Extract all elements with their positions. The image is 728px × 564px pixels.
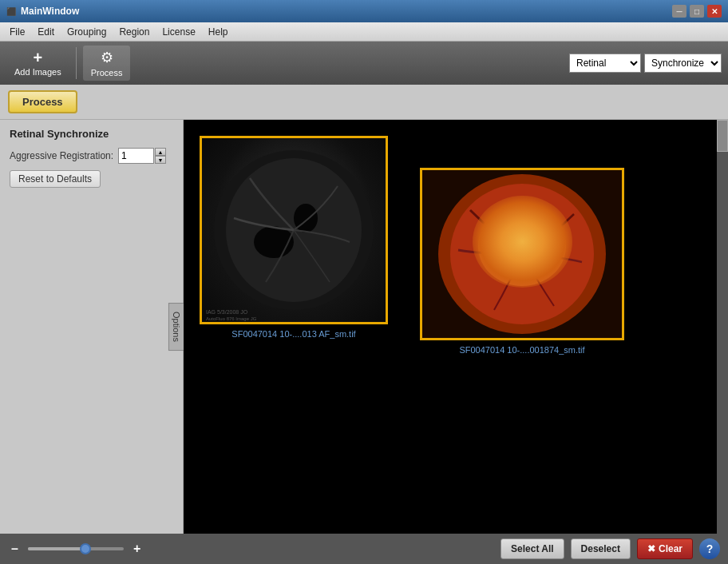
menu-bar: File Edit Grouping Region License Help <box>0 22 728 42</box>
title-bar: ⬛ MainWindow ─ □ ✕ <box>0 0 728 22</box>
menu-license[interactable]: License <box>156 25 201 39</box>
retinal-color-image[interactable] <box>422 170 622 338</box>
image-grid: IAG 5/3/2008 JO AutoFluo 876 Image JG SF… <box>184 120 728 371</box>
menu-region[interactable]: Region <box>113 25 156 39</box>
svg-text:IAG 5/3/2008 JO: IAG 5/3/2008 JO <box>206 309 248 315</box>
field-row: Aggressive Registration: ▲ ▼ <box>10 148 173 164</box>
zoom-slider-track <box>28 547 85 550</box>
clear-button[interactable]: ✖ Clear <box>637 538 693 559</box>
image-label-color: SF0047014 10-....001874_sm.tif <box>459 345 584 355</box>
toolbar: + Add Images ⚙ Process Retinal Color Syn… <box>0 42 728 85</box>
menu-file[interactable]: File <box>3 25 31 39</box>
af-vessels-svg: IAG 5/3/2008 JO AutoFluo 876 Image JG <box>202 138 386 322</box>
field-label: Aggressive Registration: <box>10 150 113 161</box>
zoom-plus-button[interactable]: + <box>130 542 144 556</box>
image-area: IAG 5/3/2008 JO AutoFluo 876 Image JG SF… <box>184 120 728 534</box>
scrollbar-thumb[interactable] <box>717 120 728 152</box>
image-frame-af: IAG 5/3/2008 JO AutoFluo 876 Image JG <box>200 136 388 324</box>
select-all-button[interactable]: Select All <box>500 538 564 559</box>
vertical-scrollbar[interactable] <box>717 120 728 534</box>
spin-up-arrow[interactable]: ▲ <box>155 148 166 156</box>
svg-point-9 <box>478 206 566 286</box>
retinal-af-image[interactable]: IAG 5/3/2008 JO AutoFluo 876 Image JG <box>202 138 386 322</box>
clear-label: Clear <box>659 543 682 554</box>
zoom-minus-button[interactable]: – <box>8 542 22 556</box>
plus-icon: + <box>34 50 43 66</box>
title-bar-controls: ─ □ ✕ <box>672 5 722 18</box>
deselect-button[interactable]: Deselect <box>571 538 631 559</box>
process-bar: Process <box>0 85 728 120</box>
maximize-button[interactable]: □ <box>690 5 704 18</box>
image-frame-color <box>420 168 624 340</box>
window-title: MainWindow <box>21 6 79 17</box>
image-cell-color: SF0047014 10-....001874_sm.tif <box>420 168 624 355</box>
color-fundus-svg <box>422 170 622 338</box>
image-cell-af: IAG 5/3/2008 JO AutoFluo 876 Image JG SF… <box>200 136 388 339</box>
main-layout: Retinal Synchronize Aggressive Registrat… <box>0 120 728 534</box>
spin-arrows: ▲ ▼ <box>155 148 166 164</box>
zoom-slider-thumb[interactable] <box>80 543 91 554</box>
reset-defaults-button[interactable]: Reset to Defaults <box>10 170 101 188</box>
sync-dropdown[interactable]: Synchronize Manual <box>644 54 722 73</box>
minimize-button[interactable]: ─ <box>672 5 686 18</box>
menu-grouping[interactable]: Grouping <box>61 25 113 39</box>
svg-point-11 <box>492 218 536 253</box>
bottom-bar: – + Select All Deselect ✖ Clear ? <box>0 534 728 564</box>
help-button[interactable]: ? <box>699 538 720 559</box>
spin-down-arrow[interactable]: ▼ <box>155 156 166 164</box>
svg-point-8 <box>450 184 594 324</box>
menu-help[interactable]: Help <box>202 25 235 39</box>
image-label-af: SF0047014 10-....013 AF_sm.tif <box>231 329 355 339</box>
app-icon: ⬛ <box>6 7 16 16</box>
gear-icon: ⚙ <box>101 49 113 66</box>
retinal-dropdown[interactable]: Retinal Color <box>569 54 641 73</box>
panel-content: Retinal Synchronize Aggressive Registrat… <box>0 120 183 196</box>
add-images-label: Add Images <box>14 67 61 77</box>
svg-point-10 <box>488 215 548 266</box>
options-tab[interactable]: Options <box>168 303 184 351</box>
title-bar-left: ⬛ MainWindow <box>6 6 79 17</box>
process-toolbar-label: Process <box>91 68 123 77</box>
process-button[interactable]: Process <box>8 90 77 113</box>
close-button[interactable]: ✕ <box>707 5 722 18</box>
menu-edit[interactable]: Edit <box>31 25 61 39</box>
zoom-slider[interactable] <box>28 547 124 550</box>
svg-text:AutoFluo 876 Image JG: AutoFluo 876 Image JG <box>206 316 257 321</box>
left-panel: Retinal Synchronize Aggressive Registrat… <box>0 120 184 534</box>
clear-icon: ✖ <box>647 543 655 554</box>
add-images-button[interactable]: + Add Images <box>6 46 69 80</box>
panel-title: Retinal Synchronize <box>10 128 173 140</box>
aggressive-registration-input[interactable] <box>118 148 154 164</box>
toolbar-separator <box>76 47 77 79</box>
svg-point-12 <box>496 221 524 244</box>
process-toolbar-button[interactable]: ⚙ Process <box>83 46 131 81</box>
